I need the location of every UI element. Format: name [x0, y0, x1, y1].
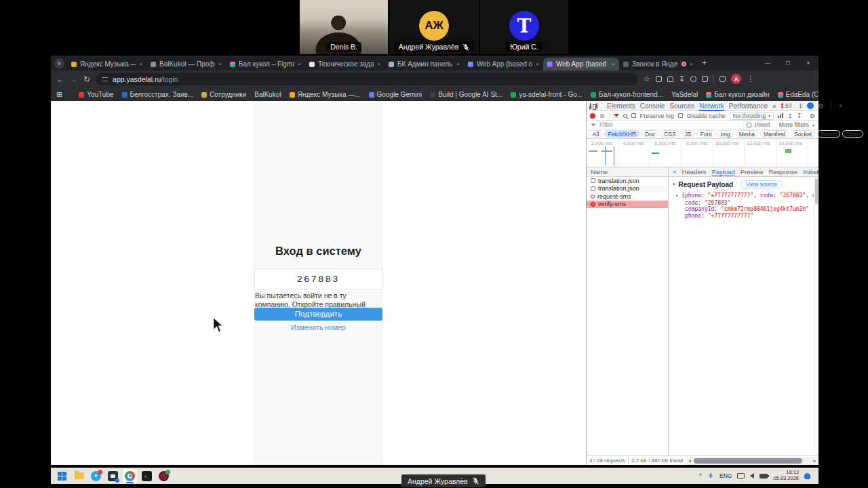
payload-summary[interactable]: ▾ {phone"+77777777777"code"267883"compan…: [675, 192, 814, 200]
bookmark-bal-kukol-frontend[interactable]: Бал-кукол-frontend...: [591, 91, 663, 98]
side-panel-icon[interactable]: [719, 76, 726, 82]
extension-icon[interactable]: [690, 76, 696, 82]
detail-tab-payload[interactable]: Payload: [711, 167, 734, 177]
throttling-select[interactable]: No throttling ▾: [730, 112, 774, 120]
more-filters-button[interactable]: More filters: [778, 121, 809, 128]
devtools-tab-network[interactable]: Network: [699, 101, 724, 111]
new-tab-button[interactable]: +: [702, 58, 707, 68]
microphone-icon[interactable]: [707, 472, 714, 479]
forward-button[interactable]: →: [70, 75, 78, 84]
devtools-tab-elements[interactable]: Elements: [607, 101, 635, 111]
disable-cache-checkbox[interactable]: [678, 113, 683, 118]
bookmark-yandex-music[interactable]: Яндекс Музыка —...: [290, 91, 361, 98]
language-indicator[interactable]: ENG: [719, 472, 732, 479]
view-source-button[interactable]: View source: [741, 180, 783, 188]
invert-checkbox[interactable]: [747, 123, 751, 127]
detail-tab-initiator[interactable]: Initiator: [803, 168, 818, 176]
request-row-selected[interactable]: × verify-sms: [587, 201, 668, 209]
tab-close-icon[interactable]: ×: [377, 61, 380, 67]
tab-close-icon[interactable]: ×: [612, 61, 615, 67]
chip-media[interactable]: Media: [736, 130, 758, 138]
chip-other[interactable]: Other: [842, 130, 863, 138]
scroll-left-icon[interactable]: ◂: [686, 457, 692, 465]
chip-manifest[interactable]: Manifest: [760, 130, 789, 138]
network-conditions-icon[interactable]: [778, 113, 783, 118]
search-network-icon[interactable]: [623, 114, 627, 118]
bookmark-ai-studio[interactable]: Build | Google AI St...: [430, 91, 502, 98]
tab-close-icon[interactable]: ×: [139, 61, 142, 67]
detail-scrollbar[interactable]: [814, 177, 818, 455]
telegram-button[interactable]: ➤: [89, 469, 103, 483]
chip-socket[interactable]: Socket: [791, 130, 815, 138]
file-explorer-button[interactable]: [72, 469, 86, 483]
network-settings-icon[interactable]: ⚙: [810, 113, 815, 119]
detail-tab-preview[interactable]: Preview: [741, 168, 764, 176]
chip-js[interactable]: JS: [682, 130, 695, 138]
maximize-button[interactable]: □: [778, 56, 798, 70]
bookmark-yasdelal[interactable]: YaSdelal: [671, 91, 698, 98]
devtools-more-tabs-icon[interactable]: »: [772, 102, 776, 110]
bookmark-belgosstrah[interactable]: Белгосстрах. Заяв...: [122, 91, 194, 98]
tab-webapp-active[interactable]: Web App (based on Lite ×: [543, 58, 619, 70]
chrome-button[interactable]: [123, 469, 137, 483]
chip-all[interactable]: All: [589, 130, 602, 138]
site-settings-icon[interactable]: [102, 77, 108, 82]
filter-input[interactable]: Filter: [599, 121, 613, 128]
tab-yandex-music[interactable]: Яндекс Музыка — соби ×: [67, 58, 146, 70]
app-button[interactable]: [106, 469, 120, 483]
red-app-button[interactable]: [157, 469, 171, 483]
profile-avatar[interactable]: A: [731, 74, 741, 84]
participant-tile-andrey[interactable]: АЖ Андрей Журавлёв: [389, 0, 479, 54]
chip-wasm[interactable]: Wasm: [817, 130, 840, 138]
request-row[interactable]: translation.json: [587, 185, 668, 193]
devtools-tab-sources[interactable]: Sources: [669, 101, 694, 111]
filter-funnel-icon[interactable]: [614, 114, 619, 117]
apps-grid-icon[interactable]: ⊞: [56, 90, 62, 99]
tab-close-icon[interactable]: ×: [298, 61, 301, 67]
record-network-icon[interactable]: [590, 113, 595, 119]
tab-close-icon[interactable]: ×: [690, 61, 693, 67]
preserve-log-checkbox[interactable]: [631, 113, 636, 118]
notifications-bell-icon[interactable]: [804, 473, 810, 479]
chip-doc[interactable]: Doc: [642, 130, 658, 138]
participant-tile-yuri[interactable]: T Юрий С.: [480, 0, 568, 54]
export-har-icon[interactable]: ↧: [797, 113, 802, 119]
devtools-close-icon[interactable]: ×: [839, 102, 843, 110]
code-input[interactable]: 267883: [254, 268, 382, 289]
terminal-button[interactable]: >_: [140, 469, 154, 483]
downloads-icon[interactable]: ↧: [679, 75, 685, 83]
import-har-icon[interactable]: ↥: [787, 113, 793, 119]
tab-yandex-call[interactable]: Звонок в Яндекс Тел ×: [619, 58, 697, 70]
inspect-element-icon[interactable]: [590, 103, 591, 109]
tab-admin-panel[interactable]: БК Админ панель (прос ×: [384, 58, 464, 70]
participant-tile-denis[interactable]: Denis B.: [300, 0, 388, 54]
hidden-icons-chevron[interactable]: ^: [699, 472, 702, 479]
bookmark-star-icon[interactable]: ☆: [644, 75, 650, 83]
bookmark-sotrudniki[interactable]: Сотрудники: [201, 91, 246, 98]
detail-tab-response[interactable]: Response: [769, 168, 798, 176]
bookmark-bal-kukol-design[interactable]: Бал кукол дизайн: [706, 91, 769, 98]
password-manager-icon[interactable]: [667, 76, 673, 82]
battery-icon[interactable]: [760, 474, 768, 479]
bookmark-balkukol[interactable]: BalKukol: [254, 91, 281, 98]
tab-balkukol-profile[interactable]: BalKukol — Профиль ×: [146, 58, 226, 70]
devtools-tab-console[interactable]: Console: [640, 101, 665, 111]
tab-webapp-1[interactable]: Web App (based on Litef ×: [464, 58, 543, 70]
chip-css[interactable]: CSS: [660, 130, 679, 138]
start-button[interactable]: [55, 469, 69, 483]
tab-tech-task[interactable]: Техническое задание: А ×: [305, 58, 384, 70]
clear-network-icon[interactable]: ⊘: [599, 113, 605, 119]
device-toolbar-icon[interactable]: [596, 103, 597, 109]
devtools-profile-icon[interactable]: [807, 102, 814, 109]
bookmark-edaeda[interactable]: EdaEda (Copy) – Fig...: [778, 91, 818, 98]
close-detail-icon[interactable]: ×: [673, 168, 677, 176]
name-column-header[interactable]: Name: [587, 167, 668, 177]
devtools-settings-icon[interactable]: ⚙: [818, 102, 824, 110]
devtools-tab-performance[interactable]: Performance: [729, 101, 768, 111]
error-badge-icon[interactable]: ×: [781, 103, 784, 108]
reload-button[interactable]: ↻: [83, 75, 90, 84]
chip-font[interactable]: Font: [697, 130, 715, 138]
network-overview-timeline[interactable]: 2,000 ms 4,000 ms 6,000 ms 8,000 ms 10,0…: [587, 139, 818, 167]
back-button[interactable]: ←: [56, 75, 64, 84]
close-window-button[interactable]: ×: [798, 56, 818, 70]
